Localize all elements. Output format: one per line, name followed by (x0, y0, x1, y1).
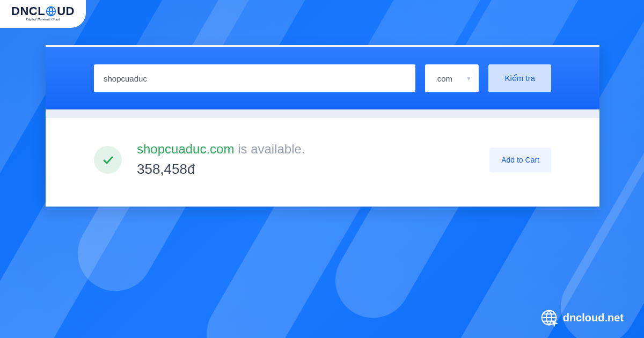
brand-name-suffix: UD (57, 4, 75, 18)
chevron-down-icon: ▼ (466, 76, 472, 82)
globe-icon (46, 6, 56, 17)
check-button[interactable]: Kiểm tra (488, 64, 551, 92)
panel-divider (46, 109, 599, 118)
domain-input[interactable] (94, 64, 415, 92)
result-panel: shopcuaduc.com is available. 358,458đ Ad… (46, 118, 599, 207)
result-availability-line: shopcuaduc.com is available. (137, 142, 489, 157)
result-domain: shopcuaduc.com (137, 142, 234, 156)
tld-selected-value: .com (435, 74, 452, 83)
result-status: is available. (238, 142, 305, 156)
footer-brand: dncloud.net (540, 309, 624, 326)
tld-select[interactable]: .com ▼ (425, 64, 479, 92)
footer-site: dncloud.net (563, 312, 624, 324)
result-price: 358,458đ (137, 161, 489, 178)
brand-logo-badge: DNCL UD Digital Network Cloud (0, 0, 86, 28)
brand-tagline: Digital Network Cloud (26, 17, 60, 21)
domain-search-card: .com ▼ Kiểm tra shopcuaduc.com is availa… (46, 45, 599, 207)
checkmark-icon (94, 146, 122, 174)
add-to-cart-button[interactable]: Add to Cart (489, 148, 551, 172)
globe-cursor-icon (540, 309, 558, 326)
brand-name-prefix: DNCL (11, 4, 45, 18)
brand-logo: DNCL UD (11, 4, 75, 18)
search-bar: .com ▼ Kiểm tra (46, 47, 599, 109)
result-text: shopcuaduc.com is available. 358,458đ (137, 142, 489, 178)
